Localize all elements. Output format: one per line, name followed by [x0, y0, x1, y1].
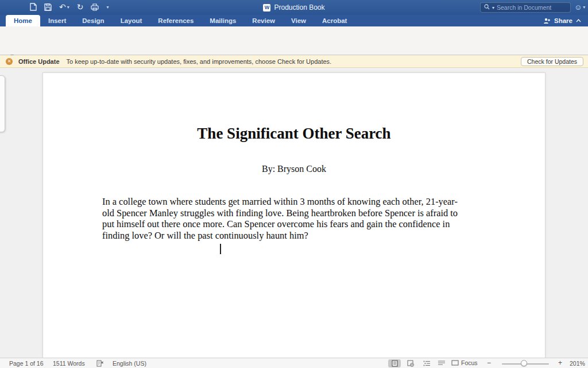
tab-acrobat[interactable]: Acrobat	[314, 15, 355, 26]
focus-label: Focus	[461, 359, 478, 366]
page-count[interactable]: Page 1 of 16	[9, 360, 44, 367]
proofing-status-icon[interactable]	[96, 360, 104, 368]
body-line: In a college town where students get mar…	[102, 196, 498, 208]
document-body-text: In a college town where students get mar…	[102, 196, 498, 241]
tab-references[interactable]: References	[150, 15, 202, 26]
print-layout-icon	[392, 360, 398, 367]
tab-mailings[interactable]: Mailings	[202, 15, 244, 26]
person-plus-icon	[543, 18, 551, 24]
search-scope-dropdown-icon[interactable]: ▾	[492, 5, 494, 10]
tab-design[interactable]: Design	[74, 15, 112, 26]
tab-insert[interactable]: Insert	[40, 15, 74, 26]
window-title: Production Book	[274, 3, 324, 12]
outline-view-icon	[423, 361, 430, 366]
word-window: ↶ ▾ ↻ ▾ W Production Book ▾ Search in Do…	[0, 0, 588, 368]
check-for-updates-button[interactable]: Check for Updates	[521, 57, 583, 66]
body-line: put himself out there once more. Can Spe…	[102, 218, 498, 230]
status-bar: Page 1 of 16 1511 Words English (US) Foc…	[0, 358, 588, 368]
text-cursor	[220, 244, 221, 254]
word-count[interactable]: 1511 Words	[53, 360, 85, 367]
draft-view-icon	[438, 361, 445, 366]
titlebar: ↶ ▾ ↻ ▾ W Production Book ▾ Search in Do…	[0, 0, 588, 15]
update-title: Office Update	[18, 58, 60, 65]
web-layout-icon	[407, 360, 414, 367]
share-label: Share	[554, 17, 572, 24]
outline-view-button[interactable]	[420, 359, 433, 367]
body-line: finding love? Or will the past continuou…	[102, 230, 498, 241]
ribbon-tabs: Home Insert Design Layout References Mai…	[0, 15, 588, 26]
word-document-icon: W	[263, 4, 270, 12]
tab-layout[interactable]: Layout	[113, 15, 150, 26]
search-placeholder: Search in Document	[497, 4, 567, 11]
document-byline-text: By: Bryson Cook	[43, 164, 545, 174]
search-icon	[484, 4, 490, 11]
document-workspace[interactable]: The Significant Other Search By: Bryson …	[0, 68, 588, 358]
focus-icon	[451, 360, 459, 366]
tab-home[interactable]: Home	[6, 15, 40, 26]
print-layout-view-button[interactable]	[388, 359, 401, 367]
zoom-in-button[interactable]: +	[558, 359, 562, 367]
web-layout-view-button[interactable]	[404, 359, 417, 367]
body-line: old Spencer Manley struggles with findin…	[102, 208, 498, 219]
document-title-text: The Significant Other Search	[43, 125, 545, 143]
update-message: To keep up-to-date with security updates…	[67, 58, 332, 65]
search-input[interactable]: ▾ Search in Document	[480, 2, 571, 13]
zoom-slider-knob[interactable]	[521, 360, 527, 366]
tab-view[interactable]: View	[283, 15, 314, 26]
collapse-ribbon-icon[interactable]	[576, 19, 581, 22]
zoom-level[interactable]: 201%	[570, 360, 585, 367]
language-status[interactable]: English (US)	[113, 360, 146, 367]
tab-review[interactable]: Review	[244, 15, 283, 26]
zoom-out-button[interactable]: −	[487, 359, 491, 367]
update-badge-icon: ✕	[6, 58, 13, 65]
focus-mode-button[interactable]: Focus	[451, 359, 478, 366]
ribbon: ▾ Paste ✂ Times New Ro... ▾ 12 ▾ A A Aa▾…	[0, 26, 588, 55]
feedback-smiley-icon[interactable]: ☺▾	[574, 3, 585, 12]
office-update-bar: ✕ Office Update To keep up-to-date with …	[0, 55, 588, 68]
share-button[interactable]: Share	[543, 15, 581, 26]
document-page[interactable]: The Significant Other Search By: Bryson …	[42, 72, 546, 358]
offscreen-panel-edge	[0, 75, 5, 132]
draft-view-button[interactable]	[435, 359, 448, 367]
